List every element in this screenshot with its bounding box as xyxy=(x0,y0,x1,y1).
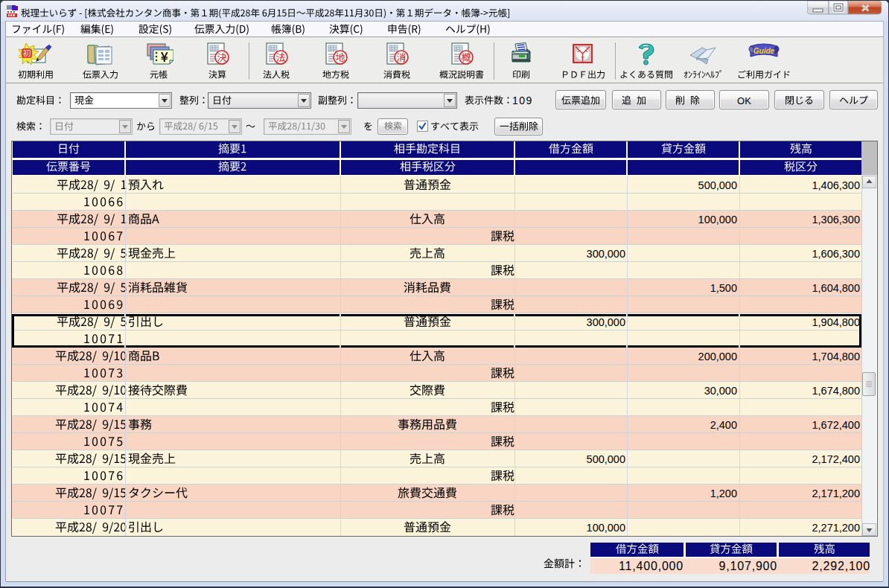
svg-text:Guide: Guide xyxy=(753,47,775,55)
